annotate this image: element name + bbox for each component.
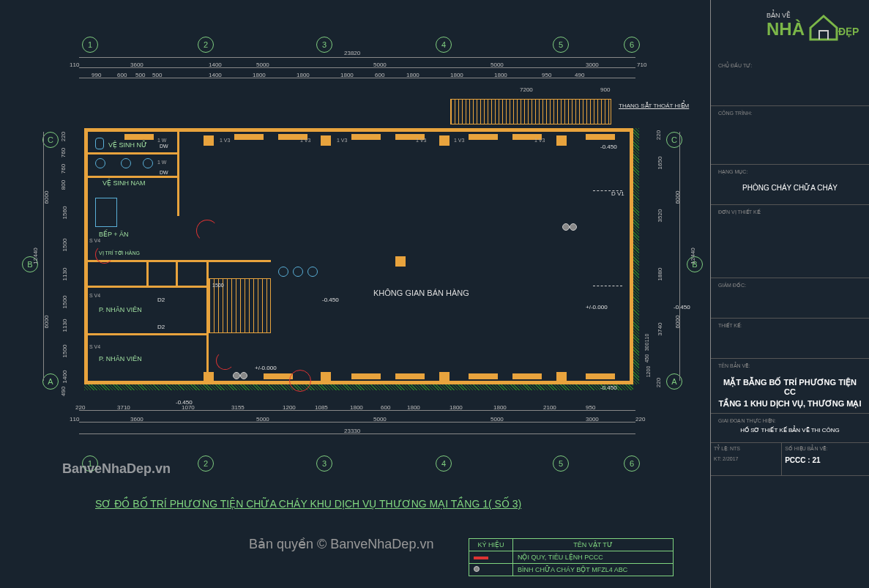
dim-top-span5: 5000	[491, 62, 504, 68]
hatch-right	[633, 128, 639, 384]
dim-top-sub8: 600	[375, 72, 384, 78]
ann-floor-1: +/-0.000	[255, 365, 277, 371]
label-kitchen: BẾP + ĂN	[99, 231, 129, 238]
door-kitchen	[196, 220, 218, 242]
legend-row-2: BÌNH CHỮA CHÁY BỘT MFZL4 ABC	[513, 564, 674, 576]
dim-bot-span2: 5000	[256, 416, 269, 423]
dim-900-escape: 900	[600, 86, 610, 93]
sv-1v3-5: 1 V3	[454, 138, 464, 143]
legend-sym-1	[469, 551, 513, 564]
drawing-title: SƠ ĐỒ BỐ TRÍ PHƯƠNG TIỆN CHỮA CHÁY KHU D…	[95, 498, 521, 510]
dim-top-spans-line	[79, 67, 635, 68]
grid-col-2-bot: 2	[198, 455, 214, 472]
wall-top	[84, 128, 633, 132]
grid-col-2-top: 2	[198, 37, 214, 53]
dim-bs10: 1800	[493, 404, 507, 411]
dim-bot-span4: 5000	[491, 416, 504, 423]
dim-bs7: 600	[381, 404, 390, 411]
dim-ls8: 1130	[61, 319, 68, 332]
elevator	[95, 198, 117, 227]
legend-header-2: TÊN VẬT TƯ	[513, 539, 674, 551]
grid-col-4-top: 4	[436, 37, 452, 53]
svg-text:BẢN VẼ: BẢN VẼ	[767, 10, 791, 19]
label-hoist: VỊ TRÍ TỜI HÀNG	[99, 250, 140, 256]
legend-row-1: NỘI QUY, TIÊU LỆNH PCCC	[513, 551, 674, 564]
dim-bs11: 2100	[543, 404, 556, 411]
tb-sheet-row: TỶ LỆ: NTS KT: 2/2017 SỐ HIỆU BẢN VẼ: PC…	[711, 443, 869, 476]
dim-bot-span1: 3600	[130, 416, 143, 423]
tb-ten-ban-ve: TÊN BẢN VẼ: MẶT BẰNG BỐ TRÍ PHƯƠNG TIỆN …	[711, 359, 869, 414]
svg-text:NHÀ: NHÀ	[767, 19, 805, 39]
dim-top-total-line	[79, 57, 635, 58]
dim-rs9: 220	[655, 378, 662, 387]
sv-1v3-3: 1 V3	[337, 138, 347, 143]
dim-top-sub0: 990	[92, 72, 101, 78]
ann-dv1: D V1	[611, 190, 624, 197]
dim-top-span4: 5000	[373, 62, 387, 68]
dim-left-total: 12440	[32, 248, 39, 264]
beam-top-2	[234, 134, 264, 140]
column-2a	[204, 372, 214, 382]
dim-bot-end1: 110	[70, 416, 79, 423]
beam-bot-2	[351, 373, 381, 379]
dim-ls0: 220	[60, 132, 67, 141]
sink-3	[307, 267, 318, 277]
dim-bot-spans-line	[79, 422, 635, 423]
grid-row-a-left: A	[42, 373, 59, 390]
tb-giai-doan: GIAI ĐOẠN THỰC HIỆN: HỒ SƠ THIẾT KẾ BẢN …	[711, 414, 869, 443]
sv-1w-2: 1 W	[157, 160, 166, 165]
fire-ext-2	[570, 223, 577, 231]
fire-ext-3	[233, 372, 240, 379]
wall-hoist-right	[176, 260, 178, 286]
dim-top-span2: 1400	[209, 62, 222, 68]
sv-sv4-1: S V4	[89, 238, 100, 243]
grid-col-6-bot: 6	[624, 455, 640, 472]
dim-top-end1: 110	[70, 62, 79, 68]
dim-bs9: 1800	[450, 404, 463, 411]
sv-1v3-6: 1 V3	[534, 138, 545, 143]
dim-ls6: 1130	[61, 268, 68, 281]
watermark-2: Bản quyền © BanveNhaDep.vn	[249, 536, 433, 552]
watermark-1: BanveNhaDep.vn	[62, 461, 171, 477]
dim-bs2: 1070	[182, 404, 195, 411]
ann-floor-6: -0.450	[600, 384, 617, 391]
dim-bs6: 1800	[350, 404, 363, 411]
fire-ext-1	[562, 223, 570, 231]
label-wc-female: VỆ SINH NỮ	[108, 141, 147, 149]
sv-sv4-3: S V4	[89, 344, 100, 349]
titleblock: BẢN VẼ NHÀ ĐẸP CHỦ ĐẦU TƯ: CÔNG TRÌNH: H…	[710, 0, 869, 588]
grid-col-6-top: 6	[624, 37, 640, 53]
dim-rs7: 450	[644, 354, 649, 363]
tb-cong-trinh: CÔNG TRÌNH:	[711, 106, 869, 165]
dim-top-sub-line	[79, 78, 635, 78]
wc-fixture-1	[95, 138, 104, 149]
column-2c	[204, 135, 214, 146]
ann-dw2: DW	[160, 170, 168, 175]
dim-bs1: 3710	[117, 404, 130, 411]
dim-rs4: 3740	[657, 323, 663, 336]
wall-wc-divider	[84, 176, 179, 178]
dim-top-sub2: 500	[135, 72, 145, 78]
dim-ls7: 1500	[61, 296, 68, 309]
dim-top-sub12: 950	[542, 72, 551, 78]
tb-giam-doc: GIÁM ĐỐC:	[711, 278, 869, 319]
dim-top-sub4: 1400	[209, 72, 222, 78]
dim-ls1: 760	[60, 148, 67, 157]
beam-top-6	[469, 134, 498, 140]
grid-col-3-top: 3	[316, 37, 332, 53]
dim-top-sub9: 1800	[406, 72, 419, 78]
stairs-landing	[209, 260, 271, 262]
dim-top-span1: 3600	[130, 62, 143, 68]
dim-bs5: 1085	[315, 404, 328, 411]
dim-rs0: 220	[655, 130, 662, 140]
dim-ls3: 800	[60, 180, 67, 190]
ann-d2a: D2	[157, 297, 165, 303]
dim-right-span2: 6000	[674, 316, 681, 329]
dim-top-sub7: 1800	[340, 72, 354, 78]
wc-fixture-2	[95, 158, 105, 168]
dim-top-sub10: 1800	[450, 72, 463, 78]
dim-bot-span5: 3000	[586, 416, 599, 423]
logo-house-icon: BẢN VẼ NHÀ ĐẸP	[767, 7, 862, 42]
wc-fixture-4	[143, 158, 153, 168]
dim-ls4: 1560	[61, 206, 68, 220]
